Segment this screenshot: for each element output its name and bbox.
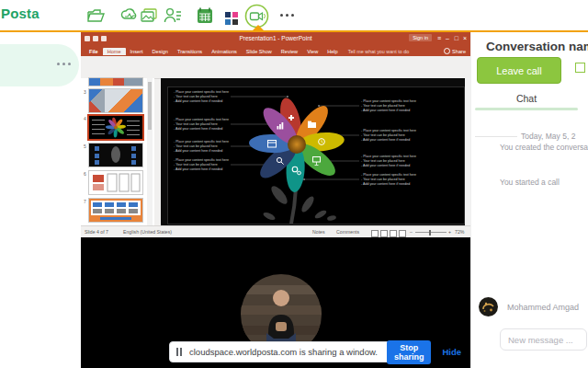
tab-review: Review <box>277 48 302 55</box>
slide-bullet-line: - Place your content specific text here <box>361 173 416 177</box>
slide-bullet-line: - Place your content specific text here <box>174 140 229 144</box>
share-bar-text: cloudspace.worldposta.com is sharing a w… <box>189 347 378 357</box>
slide-bullet-line: - Add your content here if needed <box>174 167 222 171</box>
slide-thumb-4-selected[interactable] <box>89 116 142 139</box>
more-icon[interactable] <box>280 14 294 17</box>
slide-bullet-line: - Add your content here if needed <box>174 149 222 153</box>
slide-bullet-line: - Your text can be placed here <box>361 159 405 163</box>
zoom-slider[interactable] <box>415 232 447 233</box>
slide-bullet-line: - Add your content here if needed <box>174 99 222 103</box>
normal-view-icon[interactable] <box>371 230 379 237</box>
slide-bullet-line: - Your text can be placed here <box>174 163 218 167</box>
new-message-input[interactable] <box>500 328 587 351</box>
ppt-ribbon: Layout Reset Section <box>81 56 470 79</box>
thumb-number: 7 <box>84 199 86 204</box>
event-conversation-created: You created the conversation <box>500 143 588 152</box>
app-screen: Posta <box>0 0 588 368</box>
cloud-sync-icon[interactable] <box>120 6 139 25</box>
slide-bullet-line: - Add your content here if needed <box>361 109 410 112</box>
contacts-icon[interactable] <box>164 6 182 25</box>
slide-bullet-line: - Place your content specific text here <box>174 118 229 121</box>
slide-thumb-6[interactable] <box>89 171 142 194</box>
zoom-out-button[interactable]: – <box>410 229 413 235</box>
screen-share-bar: cloudspace.worldposta.com is sharing a w… <box>169 341 428 362</box>
divider-line <box>475 136 517 137</box>
side-checkbox[interactable] <box>575 63 585 73</box>
reading-view-icon[interactable] <box>390 230 397 237</box>
slide-thumb-3[interactable] <box>89 89 142 112</box>
language-indicator[interactable]: English (United States) <box>123 229 172 235</box>
slide-thumbnail-panel: 3 4 <box>81 78 154 225</box>
photos-icon[interactable] <box>140 6 158 25</box>
thumb-number: 6 <box>84 171 86 177</box>
notes-button[interactable]: Notes <box>312 229 325 235</box>
comments-button[interactable]: Comments <box>336 229 359 235</box>
tab-file: File <box>85 48 103 55</box>
slide-bullet-line: - Your text can be placed here <box>361 178 405 181</box>
thumb-number: 5 <box>84 144 86 149</box>
slide-bullet-line: - Your text can be placed here <box>174 95 218 98</box>
slide-thumb-7[interactable] <box>89 199 142 222</box>
active-call-caret <box>252 25 265 31</box>
slide-bullet-line: - Add your content here if needed <box>361 182 410 186</box>
minimize-icon: – <box>446 34 449 43</box>
slide-bullet-line: - Add your content here if needed <box>361 164 410 167</box>
leave-call-button[interactable]: Leave call <box>477 57 561 84</box>
current-slide: - Place your content specific text here-… <box>168 87 464 224</box>
calendar-icon[interactable] <box>196 6 214 25</box>
slide-bullet-line: - Place your content specific text here <box>174 158 229 162</box>
contact-avatar <box>479 297 498 316</box>
sorter-view-icon[interactable] <box>380 230 388 237</box>
thumb-number: 4 <box>84 116 86 121</box>
apps-grid-icon[interactable] <box>225 9 238 28</box>
contact-row[interactable]: Mohammed Amgad <box>479 297 579 316</box>
thumb-number: 3 <box>84 89 86 95</box>
tab-transitions: Transitions <box>173 48 207 55</box>
flower-center <box>288 135 306 154</box>
tell-me-box: Tell me what you want to do <box>348 49 410 54</box>
stop-sharing-button[interactable]: Stop sharing <box>387 340 432 364</box>
thumbnail-scrollbar[interactable] <box>147 78 153 225</box>
slide-indicator: Slide 4 of 7 <box>85 229 108 235</box>
slideshow-view-icon[interactable] <box>399 230 406 237</box>
date-divider: Today, May 5, 2 <box>475 132 588 141</box>
slide-bullet-line: - Your text can be placed here <box>361 104 405 108</box>
slide-bullet-line: - Your text can be placed here <box>174 122 218 126</box>
date-divider-text: Today, May 5, 2 <box>521 132 575 141</box>
slide-thumb-5[interactable] <box>89 144 142 167</box>
slide-bullet-line: - Add your content here if needed <box>174 127 222 131</box>
folder-icon[interactable] <box>86 6 105 25</box>
powerpoint-window: Presentation1 - PowerPoint Sign in ≡ – □… <box>81 32 470 237</box>
slide-thumb-2[interactable] <box>89 78 142 86</box>
close-icon: × <box>463 34 467 43</box>
slide-bullet-line: - Add your content here if needed <box>361 138 410 142</box>
tab-chat[interactable]: Chat <box>471 93 582 104</box>
pause-icon <box>176 348 182 356</box>
ellipsis-icon[interactable] <box>57 63 71 65</box>
tab-slideshow: Slide Show <box>242 48 277 55</box>
tab-insert: Insert <box>126 48 148 55</box>
tab-help: Help <box>322 48 343 55</box>
slide-bullet-line: - Place your content specific text here <box>361 129 416 132</box>
chat-tab-underline <box>475 108 578 110</box>
hide-link[interactable]: Hide <box>442 347 461 357</box>
zoom-level[interactable]: 72% <box>455 229 464 235</box>
ppt-ribbon-tabs: File Home Insert Design Transitions Anim… <box>81 46 470 56</box>
tab-design: Design <box>148 48 173 55</box>
zoom-in-button[interactable]: + <box>448 229 451 235</box>
ppt-status-bar: Slide 4 of 7 English (United States) Not… <box>81 225 470 237</box>
ppt-share-button: Share <box>444 48 466 54</box>
tab-home: Home <box>103 48 126 55</box>
contact-name: Mohammed Amgad <box>507 303 579 312</box>
person-icon <box>444 48 450 54</box>
ribbon-options-icon: ≡ <box>437 34 441 43</box>
conversation-sidebar: Conversation name Leave call Chat Today,… <box>470 32 588 368</box>
slide-bullet-line: - Place your content specific text here <box>174 90 229 94</box>
conversation-title: Conversation name <box>486 40 588 53</box>
top-bar: Posta <box>0 0 588 30</box>
zoom-knob[interactable] <box>429 230 431 236</box>
brand-logo: Posta <box>1 6 40 21</box>
collapsed-controls-pill[interactable] <box>0 44 79 86</box>
slide-bullet-line: - Place your content specific text here <box>361 155 416 158</box>
slide-bullet-line: - Your text can be placed here <box>174 144 218 148</box>
